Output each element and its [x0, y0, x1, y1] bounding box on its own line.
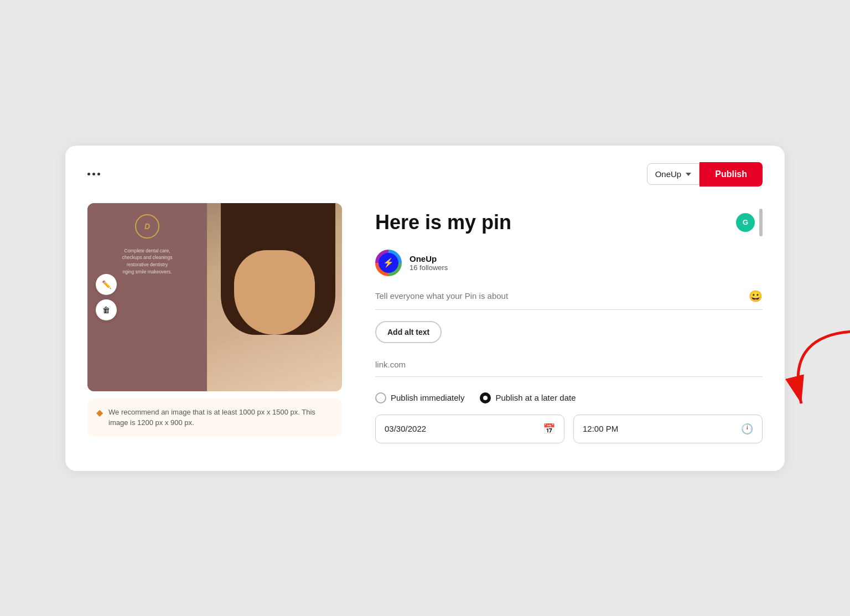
platform-name: OneUp — [655, 169, 682, 179]
link-input[interactable] — [375, 360, 763, 369]
pin-title-row: Here is my pin G — [375, 209, 763, 236]
time-value: 12:00 PM — [583, 424, 735, 433]
pin-title: Here is my pin — [375, 211, 511, 234]
dental-logo: D — [135, 214, 159, 239]
left-panel: D Complete dental care,checkups and clea… — [87, 203, 342, 436]
grammarly-icon[interactable]: G — [736, 213, 755, 232]
publish-later-option[interactable]: Publish at a later date — [480, 392, 576, 403]
pin-image: D Complete dental care,checkups and clea… — [87, 203, 342, 391]
avatar: ⚡ — [375, 250, 402, 276]
alt-text-button[interactable]: Add alt text — [375, 321, 442, 343]
publish-options-row: Publish immediately Publish at a later d… — [375, 392, 763, 403]
right-panel: Here is my pin G ⚡ OneUp 16 followers — [375, 203, 763, 443]
main-content: D Complete dental care,checkups and clea… — [87, 203, 763, 443]
warning-diamond-icon: ◆ — [96, 407, 103, 418]
avatar-inner: ⚡ — [379, 253, 398, 273]
datetime-row: 03/30/2022 📅 12:00 PM 🕛 — [375, 415, 763, 443]
title-right-icons: G — [736, 209, 763, 236]
emoji-button[interactable]: 😀 — [749, 289, 763, 303]
warning-message: We recommend an image that is at least 1… — [108, 407, 333, 428]
pencil-icon: ✏️ — [102, 280, 111, 289]
description-input[interactable] — [375, 291, 743, 301]
dot-1 — [87, 173, 90, 175]
calendar-icon: 📅 — [543, 423, 555, 435]
image-right — [207, 203, 342, 391]
link-row — [375, 360, 763, 377]
dots-menu[interactable] — [87, 173, 100, 175]
lightning-icon: ⚡ — [383, 257, 394, 268]
pin-image-container: D Complete dental care,checkups and clea… — [87, 203, 342, 391]
radio-later[interactable] — [480, 392, 491, 403]
radio-immediately-label: Publish immediately — [391, 393, 464, 402]
delete-image-button[interactable]: 🗑 — [96, 299, 117, 320]
account-followers: 16 followers — [410, 263, 448, 272]
top-right-actions: OneUp Publish — [647, 162, 763, 187]
account-row: ⚡ OneUp 16 followers — [375, 250, 763, 276]
radio-later-label: Publish at a later date — [495, 393, 576, 402]
account-info: OneUp 16 followers — [410, 254, 448, 272]
red-arrow-icon — [751, 326, 850, 415]
platform-select[interactable]: OneUp — [647, 163, 700, 185]
red-arrow-container — [751, 326, 850, 417]
publish-immediately-option[interactable]: Publish immediately — [375, 392, 464, 403]
trash-icon: 🗑 — [102, 306, 110, 314]
dot-3 — [97, 173, 100, 175]
person-image — [207, 203, 342, 391]
image-warning: ◆ We recommend an image that is at least… — [87, 399, 342, 436]
face-shape — [234, 250, 315, 335]
image-overlay-buttons: ✏️ 🗑 — [96, 274, 117, 320]
radio-immediately[interactable] — [375, 392, 386, 403]
scroll-handle[interactable] — [759, 209, 763, 236]
date-value: 03/30/2022 — [385, 424, 537, 433]
main-card: OneUp Publish D Complete dental care,che… — [65, 146, 785, 471]
publish-button[interactable]: Publish — [699, 162, 763, 187]
dot-2 — [92, 173, 95, 175]
account-name: OneUp — [410, 254, 448, 263]
edit-image-button[interactable]: ✏️ — [96, 274, 117, 295]
top-bar: OneUp Publish — [87, 162, 763, 187]
time-field[interactable]: 12:00 PM 🕛 — [573, 415, 763, 443]
date-field[interactable]: 03/30/2022 📅 — [375, 415, 564, 443]
clock-icon: 🕛 — [741, 423, 753, 435]
description-row: 😀 — [375, 289, 763, 310]
chevron-down-icon — [686, 173, 691, 176]
